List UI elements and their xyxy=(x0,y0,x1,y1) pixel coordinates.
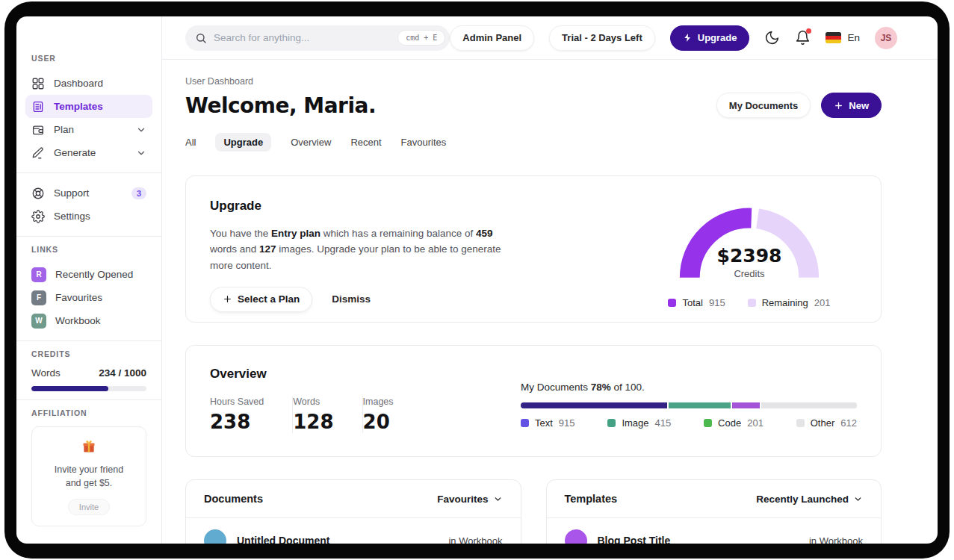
new-button[interactable]: New xyxy=(821,93,882,118)
sidebar-item-generate[interactable]: Generate xyxy=(25,141,152,164)
divider xyxy=(16,399,161,400)
breadcrumb: User Dashboard xyxy=(185,76,882,87)
bar-segment-image xyxy=(667,402,731,408)
support-count-badge: 3 xyxy=(131,187,146,199)
legend-item-other: Other612 xyxy=(796,417,857,429)
app-window: USER Dashboard Templates Plan Generate S… xyxy=(16,16,938,544)
credits-words-label: Words xyxy=(31,367,61,379)
link-initial-badge: F xyxy=(31,290,46,305)
stat-words: Words 128 xyxy=(293,396,362,433)
my-documents-button[interactable]: My Documents xyxy=(716,93,811,118)
legend-item-image: Image415 xyxy=(607,417,671,429)
affiliation-text: Invite your friend and get $5. xyxy=(40,463,138,490)
divider xyxy=(16,236,161,237)
divider xyxy=(16,340,161,341)
documents-card-title: Documents xyxy=(204,493,263,505)
sidebar-link-workbook[interactable]: W Workbook xyxy=(25,309,152,332)
gift-icon xyxy=(81,439,96,454)
language-flag-icon[interactable] xyxy=(826,32,841,43)
trial-status-button[interactable]: Trial - 2 Days Left xyxy=(549,25,655,51)
upgrade-card-title: Upgrade xyxy=(210,199,512,214)
topbar: Search for anything... cmd + E Admin Pan… xyxy=(162,16,938,60)
tab-recent[interactable]: Recent xyxy=(350,133,381,152)
credits-progress-bar xyxy=(31,386,146,391)
documents-progress-caption: My Documents 78% of 100. xyxy=(521,382,857,393)
upgrade-card: Upgrade You have the Entry plan which ha… xyxy=(185,175,882,323)
legend-item-total: Total915 xyxy=(668,297,725,308)
credits-progress-fill xyxy=(31,386,108,391)
plus-icon xyxy=(834,101,843,111)
sidebar-item-plan[interactable]: Plan xyxy=(25,118,152,141)
admin-panel-button[interactable]: Admin Panel xyxy=(450,25,534,51)
chevron-down-icon xyxy=(853,494,863,504)
sidebar-item-label: Templates xyxy=(54,101,103,112)
legend-swatch xyxy=(521,419,529,427)
sidebar-item-label: Settings xyxy=(54,211,90,222)
sidebar-item-support[interactable]: Support 3 xyxy=(25,181,152,205)
divider xyxy=(16,172,161,173)
documents-stacked-bar xyxy=(521,402,857,408)
document-location: in Workbook xyxy=(448,535,502,544)
templates-card: Templates Recently Launched Blog Post Ti… xyxy=(546,479,882,544)
tab-overview[interactable]: Overview xyxy=(291,133,331,152)
legend-swatch xyxy=(748,299,756,307)
sidebar-section-credits: CREDITS xyxy=(31,349,146,358)
sidebar-item-settings[interactable]: Settings xyxy=(25,205,152,228)
language-label[interactable]: En xyxy=(847,32,860,43)
search-input[interactable]: Search for anything... cmd + E xyxy=(185,25,450,51)
templates-filter-dropdown[interactable]: Recently Launched xyxy=(756,494,863,505)
page-title: Welcome, Maria. xyxy=(185,93,376,118)
chevron-down-icon xyxy=(136,148,146,158)
dismiss-button[interactable]: Dismiss xyxy=(332,293,371,305)
legend-swatch xyxy=(704,419,712,427)
upgrade-card-body: You have the Entry plan which has a rema… xyxy=(210,225,512,273)
upgrade-button[interactable]: Upgrade xyxy=(670,25,750,51)
tab-upgrade[interactable]: Upgrade xyxy=(215,133,271,152)
search-shortcut-badge: cmd + E xyxy=(397,30,445,46)
document-title: Untitled Document xyxy=(237,535,329,544)
tab-all[interactable]: All xyxy=(185,133,196,152)
plus-icon xyxy=(223,294,232,304)
pencil-icon xyxy=(31,146,45,160)
sidebar-link-recently-opened[interactable]: R Recently Opened xyxy=(25,263,152,286)
stat-hours-saved: Hours Saved 238 xyxy=(210,396,292,433)
link-initial-badge: W xyxy=(31,314,46,329)
search-placeholder: Search for anything... xyxy=(214,32,397,43)
grid-icon xyxy=(31,77,45,90)
notifications-button[interactable] xyxy=(795,30,811,46)
list-item[interactable]: Blog Post Title in Workbook xyxy=(547,518,882,544)
sidebar-link-favourites[interactable]: F Favourites xyxy=(25,286,152,309)
legend-item-remaining: Remaining201 xyxy=(748,297,831,308)
overview-card: Overview Hours Saved 238 Words 128 xyxy=(185,345,882,457)
sidebar-item-label: Generate xyxy=(54,147,96,158)
overview-card-title: Overview xyxy=(210,367,422,382)
tab-bar: All Upgrade Overview Recent Favourites xyxy=(185,133,882,152)
documents-progress-block: My Documents 78% of 100. Text915 Image41… xyxy=(521,367,857,456)
invite-button[interactable]: Invite xyxy=(68,499,110,515)
sidebar-section-affiliation: AFFILIATION xyxy=(31,408,146,417)
legend-swatch xyxy=(607,419,616,427)
lifebuoy-icon xyxy=(31,187,45,200)
template-title: Blog Post Title xyxy=(598,535,671,544)
sidebar: USER Dashboard Templates Plan Generate S… xyxy=(16,16,162,544)
sidebar-item-label: Favourites xyxy=(55,292,102,303)
sidebar-item-label: Recently Opened xyxy=(55,269,133,280)
gauge-legend: Total915 Remaining201 xyxy=(660,297,839,308)
legend-item-text: Text915 xyxy=(521,417,575,429)
sidebar-item-templates[interactable]: Templates xyxy=(25,95,152,118)
select-plan-button[interactable]: Select a Plan xyxy=(210,287,312,312)
documents-bar-legend: Text915 Image415 Code201 Other612 xyxy=(521,417,857,429)
templates-icon xyxy=(31,100,45,113)
list-item[interactable]: Untitled Document in Workbook xyxy=(186,518,521,544)
overview-stats: Hours Saved 238 Words 128 Images 20 xyxy=(210,396,422,433)
tab-favourites[interactable]: Favourites xyxy=(401,133,447,152)
user-avatar[interactable]: JS xyxy=(875,27,897,49)
bar-segment-code xyxy=(731,402,759,408)
documents-filter-dropdown[interactable]: Favourites xyxy=(437,494,502,505)
legend-swatch xyxy=(668,299,676,307)
dark-mode-toggle[interactable] xyxy=(764,30,780,46)
sidebar-item-dashboard[interactable]: Dashboard xyxy=(25,72,152,95)
legend-swatch xyxy=(796,419,805,427)
content-area: User Dashboard Welcome, Maria. My Docume… xyxy=(162,60,938,544)
wallet-icon xyxy=(31,123,45,137)
